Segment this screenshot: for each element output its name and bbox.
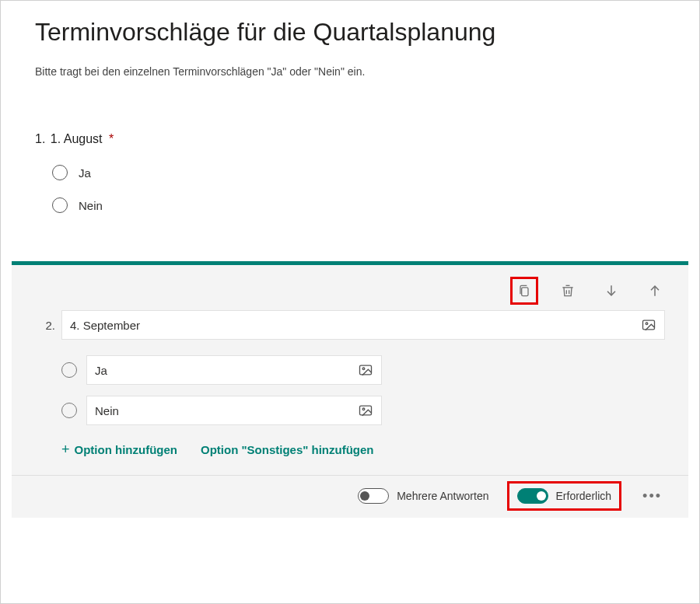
question-1-title-row: 1. 1. August *: [35, 132, 665, 146]
question-2-edit-card: 2. 4. September Ja: [12, 261, 688, 518]
toggle-knob: [537, 491, 546, 501]
copy-icon[interactable]: [514, 281, 534, 301]
add-option-label: Option hinzufügen: [75, 443, 177, 456]
radio-icon: [61, 403, 77, 418]
multiple-answers-label: Mehrere Antworten: [397, 490, 488, 502]
more-options-icon[interactable]: •••: [639, 488, 665, 504]
required-toggle-group: Erforderlich: [511, 485, 618, 507]
svg-point-4: [362, 368, 365, 370]
required-star-icon: *: [109, 132, 114, 145]
add-option-button[interactable]: + Option hinzufügen: [61, 442, 177, 456]
question-2-option-input[interactable]: Ja: [86, 355, 382, 385]
svg-rect-5: [360, 406, 372, 415]
multiple-answers-toggle[interactable]: [358, 488, 389, 504]
question-2-option-text: Ja: [95, 364, 107, 377]
question-1-number: 1.: [35, 132, 45, 145]
add-option-row: + Option hinzufügen Option "Sonstiges" h…: [61, 442, 665, 456]
question-2-option-input[interactable]: Nein: [86, 396, 382, 425]
svg-point-2: [646, 323, 648, 325]
question-2-title-row: 2. 4. September: [35, 310, 665, 340]
image-icon[interactable]: [641, 317, 656, 333]
radio-icon: [61, 362, 77, 378]
toggle-knob: [360, 491, 369, 501]
required-toggle[interactable]: [517, 488, 548, 504]
svg-point-6: [362, 408, 365, 410]
move-up-icon[interactable]: [645, 281, 665, 301]
image-icon[interactable]: [358, 362, 373, 378]
image-icon[interactable]: [358, 403, 373, 418]
radio-icon[interactable]: [52, 165, 68, 180]
question-2-option-text: Nein: [95, 404, 119, 417]
question-1-option-label: Nein: [79, 199, 103, 212]
question-2-title-input[interactable]: 4. September: [61, 310, 665, 340]
svg-rect-0: [522, 288, 528, 296]
question-footer: Mehrere Antworten Erforderlich •••: [12, 475, 688, 518]
add-other-label: Option "Sonstiges" hinzufügen: [201, 443, 374, 456]
svg-rect-3: [360, 365, 372, 375]
add-other-button[interactable]: Option "Sonstiges" hinzufügen: [201, 443, 374, 456]
question-2-option: Ja: [61, 355, 665, 385]
svg-rect-1: [643, 320, 655, 330]
form-title[interactable]: Terminvorschläge für die Quartalsplanung: [35, 18, 665, 47]
question-1-option-label: Ja: [79, 166, 91, 180]
move-down-icon[interactable]: [601, 281, 621, 301]
delete-icon[interactable]: [558, 281, 578, 301]
question-toolbar: [35, 276, 665, 310]
question-1-title: 1. August: [51, 132, 103, 145]
question-1-option: Ja: [52, 165, 665, 180]
plus-icon: +: [61, 442, 70, 456]
question-2-number: 2.: [35, 319, 55, 332]
question-1[interactable]: 1. 1. August * Ja Nein: [35, 132, 665, 261]
question-2-option: Nein: [61, 396, 665, 425]
radio-icon[interactable]: [52, 197, 68, 213]
question-2-title-text: 4. September: [70, 319, 140, 332]
question-1-option: Nein: [52, 197, 665, 213]
required-label: Erforderlich: [556, 490, 612, 502]
form-description[interactable]: Bitte tragt bei den einzelnen Terminvors…: [35, 65, 665, 78]
multiple-answers-toggle-group: Mehrere Antworten: [358, 488, 488, 504]
